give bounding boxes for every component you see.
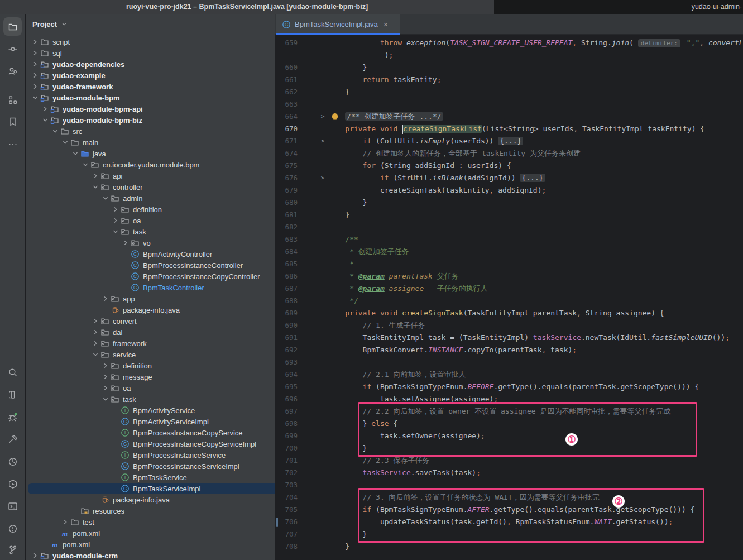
tree-item-dal[interactable]: dal xyxy=(26,327,275,338)
chevron-down-icon[interactable] xyxy=(61,138,70,147)
chevron-right-icon[interactable] xyxy=(111,205,120,214)
tree-item-yudao-dependencies[interactable]: yudao-dependencies xyxy=(26,59,275,70)
tree-item-message[interactable]: message xyxy=(26,371,275,382)
tree-item-label: BpmProcessInstanceServiceImpl xyxy=(133,462,239,471)
chevron-down-icon[interactable] xyxy=(111,227,120,236)
tree-item-main[interactable]: main xyxy=(26,137,275,148)
more-icon[interactable] xyxy=(3,135,22,154)
tree-item-java[interactable]: java xyxy=(26,148,275,159)
tree-item-api[interactable]: api xyxy=(26,170,275,181)
tree-item-convert[interactable]: convert xyxy=(26,315,275,327)
chevron-right-icon[interactable] xyxy=(61,518,70,527)
tree-item-bpmprocessinstancecopyserviceimpl[interactable]: CBpmProcessInstanceCopyServiceImpl xyxy=(26,438,275,449)
version-control-icon[interactable] xyxy=(3,540,22,559)
chevron-right-icon[interactable] xyxy=(91,171,100,180)
editor-tab-bpmtaskserviceimpl[interactable]: C BpmTaskServiceImpl.java × xyxy=(276,14,400,35)
tree-item-bpmprocessinstancecontroller[interactable]: CBpmProcessInstanceController xyxy=(26,260,275,271)
tree-item-bpmprocessinstanceservice[interactable]: IBpmProcessInstanceService xyxy=(26,449,275,461)
chevron-right-icon[interactable] xyxy=(31,551,40,560)
fold-arrow-icon[interactable]: > xyxy=(319,135,327,147)
chevron-right-icon[interactable] xyxy=(91,339,100,348)
tree-item-definition[interactable]: definition xyxy=(26,204,275,215)
tree-item-controller[interactable]: controller xyxy=(26,181,275,193)
build-icon[interactable] xyxy=(3,430,22,448)
services-icon[interactable] xyxy=(3,385,22,404)
tree-item-package-info-java[interactable]: package-info.java xyxy=(26,304,275,315)
tree-item-bpmprocessinstancecopyservice[interactable]: IBpmProcessInstanceCopyService xyxy=(26,427,275,438)
chevron-right-icon[interactable] xyxy=(31,37,40,46)
close-icon[interactable]: × xyxy=(384,20,388,29)
chevron-right-icon[interactable] xyxy=(101,384,110,393)
tree-item-definition[interactable]: definition xyxy=(26,360,275,371)
chevron-right-icon[interactable] xyxy=(31,71,40,80)
tree-item-bpmactivityservice[interactable]: IBpmActivityService xyxy=(26,405,275,416)
profiler-icon[interactable] xyxy=(3,452,22,471)
chevron-right-icon[interactable] xyxy=(91,317,100,326)
tree-item-yudao-module-crm[interactable]: yudao-module-crm xyxy=(26,550,275,560)
tree-item-pom-xml[interactable]: mpom.xml xyxy=(26,528,275,539)
tree-item-bpmprocessinstanceserviceimpl[interactable]: CBpmProcessInstanceServiceImpl xyxy=(26,461,275,472)
chevron-right-icon[interactable] xyxy=(101,372,110,381)
fold-arrow-icon[interactable]: > xyxy=(319,172,327,184)
project-icon[interactable] xyxy=(3,17,22,36)
chevron-right-icon[interactable] xyxy=(41,104,50,113)
problems-icon[interactable] xyxy=(3,519,22,538)
chevron-right-icon[interactable] xyxy=(121,238,130,247)
chevron-down-icon[interactable] xyxy=(101,194,110,203)
tree-item-package-info-java[interactable]: package-info.java xyxy=(26,494,275,505)
tree-item-pom-xml[interactable]: mpom.xml xyxy=(26,539,275,550)
chevron-down-icon[interactable] xyxy=(91,350,100,359)
chevron-down-icon[interactable] xyxy=(71,149,80,158)
tree-item-oa[interactable]: oa xyxy=(26,215,275,226)
chevron-right-icon[interactable] xyxy=(31,82,40,91)
tree-item-cn-iocoder-yudao-module-bpm[interactable]: cn.iocoder.yudao.module.bpm xyxy=(26,159,275,170)
tree-item-bpmprocessinstancecopycontroller[interactable]: CBpmProcessInstanceCopyController xyxy=(26,271,275,282)
tree-item-yudao-module-bpm-api[interactable]: yudao-module-bpm-api xyxy=(26,103,275,114)
tree-item-yudao-module-bpm[interactable]: yudao-module-bpm xyxy=(26,92,275,103)
structure-icon[interactable] xyxy=(3,90,22,109)
chevron-down-icon[interactable] xyxy=(101,395,110,404)
project-panel-header[interactable]: Project xyxy=(32,18,68,30)
debug-icon[interactable] xyxy=(3,408,22,426)
run-icon[interactable] xyxy=(3,475,22,493)
chevron-down-icon[interactable] xyxy=(51,127,60,136)
chevron-down-icon[interactable] xyxy=(91,183,100,192)
fold-arrow-icon[interactable]: > xyxy=(319,111,327,123)
search-icon[interactable] xyxy=(3,363,22,381)
tree-item-yudao-module-bpm-biz[interactable]: yudao-module-bpm-biz xyxy=(26,114,275,126)
chevron-right-icon[interactable] xyxy=(111,216,120,225)
chevron-down-icon[interactable] xyxy=(81,160,90,169)
tree-item-task[interactable]: task xyxy=(26,394,275,405)
chevron-down-icon[interactable] xyxy=(31,93,40,102)
tree-item-sql[interactable]: sql xyxy=(26,47,275,59)
tree-item-app[interactable]: app xyxy=(26,293,275,304)
pull-requests-icon[interactable] xyxy=(3,62,22,80)
chevron-right-icon[interactable] xyxy=(101,294,110,303)
tree-item-bpmactivityserviceimpl[interactable]: CBpmActivityServiceImpl xyxy=(26,416,275,427)
tree-item-bpmactivitycontroller[interactable]: CBpmActivityController xyxy=(26,248,275,260)
chevron-right-icon[interactable] xyxy=(31,60,40,69)
chevron-right-icon[interactable] xyxy=(31,49,40,58)
chevron-right-icon[interactable] xyxy=(101,361,110,370)
tree-item-yudao-example[interactable]: yudao-example xyxy=(26,70,275,81)
tree-item-src[interactable]: src xyxy=(26,126,275,137)
chevron-right-icon[interactable] xyxy=(91,328,100,337)
tree-item-resources[interactable]: resources xyxy=(26,505,275,516)
tree-item-bpmtaskcontroller[interactable]: CBpmTaskController xyxy=(26,282,275,293)
tree-item-vo[interactable]: vo xyxy=(26,237,275,248)
tree-item-yudao-framework[interactable]: yudao-framework xyxy=(26,81,275,92)
tree-item-framework[interactable]: framework xyxy=(26,338,275,349)
tree-item-bpmtaskservice[interactable]: IBpmTaskService xyxy=(26,472,275,483)
terminal-icon[interactable] xyxy=(3,497,22,515)
tree-item-admin[interactable]: admin xyxy=(26,193,275,204)
commit-icon[interactable] xyxy=(3,40,22,58)
tree-item-bpmtaskserviceimpl[interactable]: CBpmTaskServiceImpl xyxy=(26,483,275,494)
tree-item-test[interactable]: test xyxy=(26,516,275,528)
tree-item-script[interactable]: script xyxy=(26,36,275,47)
tree-item-service[interactable]: service xyxy=(26,349,275,360)
code-editor[interactable]: 659 throw exception(TASK_SIGN_CREATE_USE… xyxy=(275,35,743,560)
tree-item-task[interactable]: task xyxy=(26,226,275,237)
tree-item-oa[interactable]: oa xyxy=(26,382,275,394)
chevron-down-icon[interactable] xyxy=(41,116,50,125)
bookmarks-icon[interactable] xyxy=(3,112,22,131)
